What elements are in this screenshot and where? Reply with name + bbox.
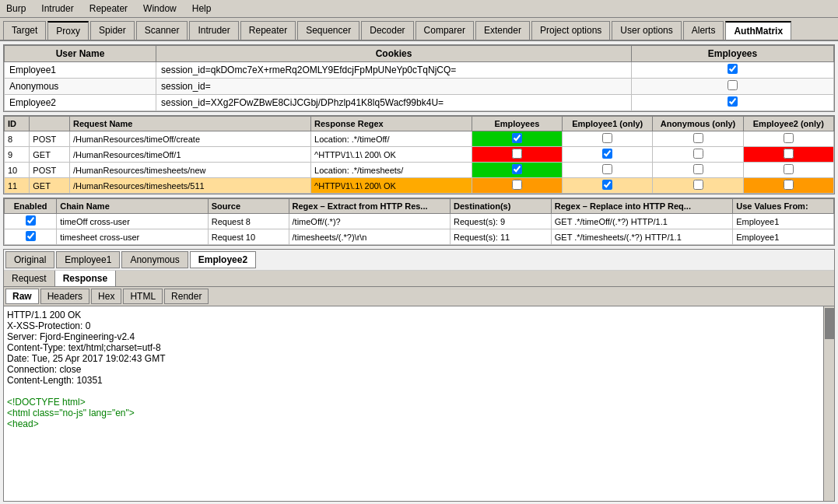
menu-window[interactable]: Window [140, 2, 180, 16]
chain-col-values: Use Values From: [733, 199, 834, 214]
req-cell-emp2-10[interactable] [743, 163, 833, 178]
format-tab-html[interactable]: HTML [123, 289, 163, 304]
chain-row-2: timesheet cross-user Request 10 /timeshe… [5, 229, 834, 245]
chain-table-section: Enabled Chain Name Source Regex – Extrac… [3, 198, 835, 246]
col-header-username: User Name [5, 46, 156, 62]
format-tab-raw[interactable]: Raw [5, 289, 39, 304]
req-cell-emp-8[interactable] [472, 131, 562, 147]
req-cell-emp1-9[interactable] [563, 147, 653, 163]
chain-regex-2: /timesheets/(.*?)\r\n [289, 229, 451, 245]
chain-name-2: timesheet cross-user [57, 229, 209, 245]
req-col-emp1: Employee1 (only) [563, 117, 653, 131]
user-checkbox-employee1[interactable] [632, 62, 834, 79]
tab-repeater[interactable]: Repeater [240, 21, 296, 40]
req-regex-11: ^HTTP\/1\.1\ 200\ OK [311, 178, 472, 194]
req-cell-emp1-11[interactable] [563, 178, 653, 194]
user-row-employee2: Employee2 session_id=XXg2FOwZBwE8CiJCGbj… [5, 95, 834, 111]
chain-source-2: Request 10 [208, 229, 289, 245]
req-col-method [30, 117, 70, 131]
tab-comparer[interactable]: Comparer [415, 21, 474, 40]
chain-col-name: Chain Name [57, 199, 209, 214]
scrollbar-vertical[interactable] [823, 306, 834, 501]
response-content-area: HTTP/1.1 200 OK X-XSS-Protection: 0 Serv… [4, 306, 834, 501]
req-name-10: /HumanResources/timesheets/new [69, 163, 310, 178]
tab-alerts[interactable]: Alerts [683, 21, 724, 40]
req-cell-anon-9[interactable] [653, 147, 743, 163]
requests-table-section: ID Request Name Response Regex Employees… [3, 115, 835, 194]
tab-extender[interactable]: Extender [475, 21, 530, 40]
req-col-regex: Response Regex [311, 117, 472, 131]
req-cell-anon-10[interactable] [653, 163, 743, 178]
tab-project-options[interactable]: Project options [531, 21, 610, 40]
user-name-anonymous: Anonymous [5, 79, 156, 95]
req-cell-anon-8[interactable] [653, 131, 743, 147]
req-id-11: 11 [5, 178, 30, 194]
req-cell-emp-11[interactable] [472, 178, 562, 194]
req-row-10: 10 POST /HumanResources/timesheets/new L… [5, 163, 834, 178]
tab-request[interactable]: Request [4, 271, 55, 286]
req-cell-emp1-8[interactable] [563, 131, 653, 147]
req-cell-anon-11[interactable] [653, 178, 743, 194]
user-row-anonymous: Anonymous session_id= [5, 79, 834, 95]
chain-enabled-2[interactable] [5, 229, 57, 245]
req-cell-emp2-8[interactable] [743, 131, 833, 147]
nav-tab-anonymous[interactable]: Anonymous [121, 251, 188, 268]
tab-target[interactable]: Target [3, 21, 46, 40]
req-cell-emp-10[interactable] [472, 163, 562, 178]
tab-sequencer[interactable]: Sequencer [297, 21, 359, 40]
req-row-9: 9 GET /HumanResources/timeOff/1 ^HTTP\/1… [5, 147, 834, 163]
menu-help[interactable]: Help [189, 2, 215, 16]
menu-burp[interactable]: Burp [3, 2, 29, 16]
user-cookies-employee1: session_id=qkDOmc7eX+rmeRq2OMLY9EfdcjFpM… [156, 62, 632, 79]
chain-col-source: Source [208, 199, 289, 214]
tab-response[interactable]: Response [55, 271, 116, 286]
nav-tab-employee1[interactable]: Employee1 [56, 251, 120, 268]
req-cell-emp-9[interactable] [472, 147, 562, 163]
format-tab-hex[interactable]: Hex [91, 289, 121, 304]
req-col-employees: Employees [472, 117, 562, 131]
req-col-emp2: Employee2 (only) [743, 117, 833, 131]
req-name-9: /HumanResources/timeOff/1 [69, 147, 310, 163]
user-checkbox-employee2[interactable] [632, 95, 834, 111]
req-row-8: 8 POST /HumanResources/timeOff/create Lo… [5, 131, 834, 147]
user-checkbox-anonymous[interactable] [632, 79, 834, 95]
nav-tab-original[interactable]: Original [5, 251, 54, 268]
req-cell-emp1-10[interactable] [563, 163, 653, 178]
chain-regex-1: /timeOff/(.*)? [289, 214, 451, 229]
menu-repeater[interactable]: Repeater [86, 2, 131, 16]
main-tab-bar: Target Proxy Spider Scanner Intruder Rep… [0, 18, 838, 41]
tab-spider[interactable]: Spider [90, 21, 135, 40]
tab-intruder[interactable]: Intruder [189, 21, 238, 40]
format-tab-headers[interactable]: Headers [40, 289, 89, 304]
requests-table: ID Request Name Response Regex Employees… [4, 116, 834, 194]
req-col-anon: Anonymous (only) [653, 117, 743, 131]
menu-bar: Burp Intruder Repeater Window Help [0, 0, 838, 18]
req-id-9: 9 [5, 147, 30, 163]
format-tab-bar: Raw Headers Hex HTML Render [4, 287, 834, 306]
tab-decoder[interactable]: Decoder [361, 21, 413, 40]
req-method-8: POST [30, 131, 70, 147]
tab-proxy[interactable]: Proxy [47, 21, 89, 40]
nav-tab-employee2[interactable]: Employee2 [190, 251, 256, 268]
main-content: User Name Cookies Employees Employee1 se… [0, 41, 838, 504]
req-method-11: GET [30, 178, 70, 194]
tab-authmatrix[interactable]: AuthMatrix [725, 21, 791, 40]
tab-user-options[interactable]: User options [612, 21, 681, 40]
menu-intruder[interactable]: Intruder [38, 2, 76, 16]
req-name-11: /HumanResources/timesheets/511 [69, 178, 310, 194]
chain-dest-2: Request(s): 11 [451, 229, 552, 245]
users-table-section: User Name Cookies Employees Employee1 se… [3, 44, 835, 112]
chain-replace-1: GET .*/timeOff/(.*?) HTTP/1.1 [551, 214, 732, 229]
tab-scanner[interactable]: Scanner [136, 21, 188, 40]
chain-col-replace: Regex – Replace into HTTP Req... [551, 199, 732, 214]
req-resp-tab-bar: Request Response [4, 271, 834, 287]
format-tab-render[interactable]: Render [164, 289, 209, 304]
req-regex-9: ^HTTP\/1\.1\ 200\ OK [311, 147, 472, 163]
response-text: HTTP/1.1 200 OK X-XSS-Protection: 0 Serv… [7, 310, 831, 429]
chain-source-1: Request 8 [208, 214, 289, 229]
chain-enabled-1[interactable] [5, 214, 57, 229]
nav-user-tabs: Original Employee1 Anonymous Employee2 [4, 250, 834, 271]
req-cell-emp2-9[interactable] [743, 147, 833, 163]
req-cell-emp2-11[interactable] [743, 178, 833, 194]
chain-col-dest: Destination(s) [451, 199, 552, 214]
